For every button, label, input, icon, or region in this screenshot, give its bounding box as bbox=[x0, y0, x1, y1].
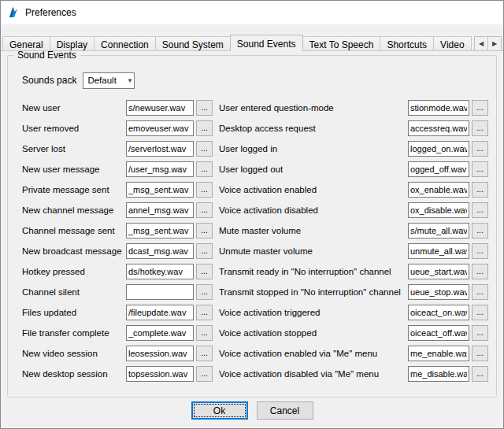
browse-button[interactable]: ... bbox=[472, 325, 488, 341]
tab-general[interactable]: General bbox=[2, 36, 50, 51]
row-voice-activation-stopped: Voice activation stopped ... bbox=[219, 323, 488, 343]
cancel-button[interactable]: Cancel bbox=[257, 401, 313, 420]
event-label: Voice activation stopped bbox=[219, 328, 406, 338]
browse-button[interactable]: ... bbox=[196, 182, 213, 198]
sound-file-input[interactable] bbox=[126, 161, 194, 177]
tab-scroll-right-icon[interactable]: ▶ bbox=[487, 36, 502, 51]
tab-display[interactable]: Display bbox=[50, 36, 94, 51]
browse-button[interactable]: ... bbox=[196, 202, 213, 218]
browse-button[interactable]: ... bbox=[472, 284, 488, 300]
browse-button[interactable]: ... bbox=[472, 264, 488, 279]
row-private-message-sent: Private message sent ... bbox=[22, 179, 213, 200]
row-transmit-stopped: Transmit stopped in "No interruption" ch… bbox=[219, 282, 488, 302]
event-label: Files updated bbox=[22, 308, 124, 317]
tab-sound-events[interactable]: Sound Events bbox=[230, 35, 303, 51]
browse-button[interactable]: ... bbox=[472, 182, 488, 198]
event-label: New user bbox=[22, 103, 124, 113]
browse-button[interactable]: ... bbox=[472, 141, 488, 157]
sound-file-input[interactable] bbox=[408, 182, 469, 198]
tab-shortcuts[interactable]: Shortcuts bbox=[380, 36, 434, 51]
row-user-logged-in: User logged in ... bbox=[219, 139, 488, 159]
event-label: Mute master volume bbox=[219, 226, 406, 235]
browse-button[interactable]: ... bbox=[196, 243, 213, 259]
sound-file-input[interactable] bbox=[126, 202, 194, 218]
sound-file-input[interactable] bbox=[408, 141, 469, 157]
sound-file-input[interactable] bbox=[408, 264, 469, 279]
row-hotkey-pressed: Hotkey pressed ... bbox=[22, 261, 213, 282]
sound-file-input[interactable] bbox=[126, 305, 194, 320]
sounds-pack-row: Sounds pack Default ▾ bbox=[22, 72, 488, 89]
browse-button[interactable]: ... bbox=[196, 264, 213, 279]
browse-button[interactable]: ... bbox=[472, 161, 488, 177]
sound-file-input[interactable] bbox=[408, 202, 469, 218]
browse-button[interactable]: ... bbox=[472, 223, 488, 239]
browse-button[interactable]: ... bbox=[196, 223, 213, 239]
event-label: User logged in bbox=[219, 144, 406, 153]
sound-file-input[interactable] bbox=[126, 223, 194, 239]
event-label: User removed bbox=[22, 124, 124, 133]
sound-file-input[interactable] bbox=[408, 120, 469, 136]
sound-file-input[interactable] bbox=[126, 120, 194, 136]
tab-sound-system[interactable]: Sound System bbox=[155, 36, 231, 51]
browse-button[interactable]: ... bbox=[472, 243, 488, 259]
event-label: New user message bbox=[22, 165, 124, 174]
group-title: Sound Events bbox=[14, 50, 80, 61]
sound-file-input[interactable] bbox=[408, 161, 469, 177]
browse-button[interactable]: ... bbox=[196, 141, 213, 157]
browse-button[interactable]: ... bbox=[472, 202, 488, 218]
tab-video[interactable]: Video bbox=[433, 36, 471, 51]
tab-connection[interactable]: Connection bbox=[94, 36, 156, 51]
sound-file-input[interactable] bbox=[408, 346, 469, 361]
event-label: Voice activation enabled bbox=[219, 185, 406, 194]
row-files-updated: Files updated ... bbox=[22, 302, 213, 323]
tab-text-to-speech[interactable]: Text To Speech bbox=[302, 36, 381, 51]
row-voice-activation-disabled: Voice activation disabled ... bbox=[219, 200, 488, 220]
event-label: Server lost bbox=[22, 144, 124, 153]
browse-button[interactable]: ... bbox=[196, 120, 213, 136]
ok-button[interactable]: Ok bbox=[191, 401, 248, 420]
event-label: Voice activation disabled via "Me" menu bbox=[219, 369, 406, 379]
browse-button[interactable]: ... bbox=[196, 161, 213, 177]
row-mute-master-volume: Mute master volume ... bbox=[219, 220, 488, 241]
browse-button[interactable]: ... bbox=[196, 346, 213, 361]
row-unmute-master-volume: Unmute master volume ... bbox=[219, 241, 488, 261]
sound-file-input[interactable] bbox=[126, 141, 194, 157]
browse-button[interactable]: ... bbox=[196, 305, 213, 320]
browse-button[interactable]: ... bbox=[472, 100, 488, 116]
sound-file-input[interactable] bbox=[408, 366, 469, 382]
sound-file-input[interactable] bbox=[408, 284, 469, 300]
title-bar: Preferences bbox=[1, 1, 503, 24]
sound-file-input[interactable] bbox=[126, 100, 194, 116]
event-label: User entered question-mode bbox=[219, 103, 406, 113]
row-new-broadcast-message: New broadcast message ... bbox=[22, 241, 213, 261]
browse-button[interactable]: ... bbox=[472, 366, 488, 382]
row-new-video-session: New video session ... bbox=[22, 343, 213, 364]
sound-file-input[interactable] bbox=[126, 284, 194, 300]
tab-scroll-left-icon[interactable]: ◀ bbox=[474, 36, 488, 51]
sound-file-input[interactable] bbox=[408, 100, 469, 116]
browse-button[interactable]: ... bbox=[472, 120, 488, 136]
row-voice-activation-triggered: Voice activation triggered ... bbox=[219, 302, 488, 323]
event-label: Unmute master volume bbox=[219, 246, 406, 256]
sound-file-input[interactable] bbox=[126, 182, 194, 198]
app-icon bbox=[7, 6, 20, 19]
sound-file-input[interactable] bbox=[126, 366, 194, 382]
sound-file-input[interactable] bbox=[126, 325, 194, 341]
sound-file-input[interactable] bbox=[408, 305, 469, 320]
sound-file-input[interactable] bbox=[126, 243, 194, 259]
left-column: New user ... User removed ... Server los… bbox=[22, 98, 213, 384]
sound-file-input[interactable] bbox=[408, 243, 469, 259]
browse-button[interactable]: ... bbox=[196, 325, 213, 341]
sound-file-input[interactable] bbox=[408, 223, 469, 239]
browse-button[interactable]: ... bbox=[472, 305, 488, 320]
browse-button[interactable]: ... bbox=[196, 366, 213, 382]
browse-button[interactable]: ... bbox=[472, 346, 488, 361]
browse-button[interactable]: ... bbox=[196, 284, 213, 300]
sounds-pack-label: Sounds pack bbox=[22, 75, 76, 86]
browse-button[interactable]: ... bbox=[196, 100, 213, 116]
sound-file-input[interactable] bbox=[126, 264, 194, 279]
sound-file-input[interactable] bbox=[408, 325, 469, 341]
sounds-pack-select[interactable]: Default ▾ bbox=[83, 72, 135, 89]
row-new-desktop-session: New desktop session ... bbox=[22, 364, 213, 384]
sound-file-input[interactable] bbox=[126, 346, 194, 361]
